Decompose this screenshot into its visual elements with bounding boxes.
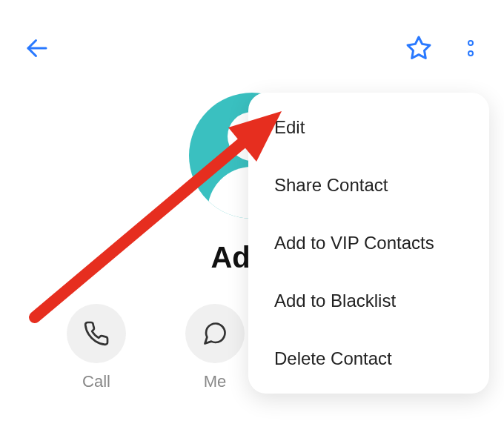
- more-options-button[interactable]: [460, 33, 482, 63]
- header-actions: [404, 33, 482, 63]
- menu-item-share[interactable]: Share Contact: [248, 156, 489, 214]
- menu-item-delete[interactable]: Delete Contact: [248, 330, 489, 388]
- more-vertical-icon: [468, 50, 474, 56]
- back-button[interactable]: [22, 33, 52, 63]
- menu-item-edit[interactable]: Edit: [248, 99, 489, 156]
- menu-item-vip[interactable]: Add to VIP Contacts: [248, 214, 489, 272]
- menu-item-blacklist[interactable]: Add to Blacklist: [248, 272, 489, 330]
- more-vertical-icon: [468, 40, 474, 46]
- call-label: Call: [82, 372, 110, 391]
- call-action: Call: [67, 304, 126, 391]
- message-button[interactable]: [185, 304, 245, 363]
- back-arrow-icon: [24, 35, 50, 62]
- phone-icon: [83, 320, 110, 347]
- call-button[interactable]: [67, 304, 126, 363]
- favorite-button[interactable]: [404, 33, 434, 63]
- star-outline-icon: [405, 35, 432, 62]
- options-menu: Edit Share Contact Add to VIP Contacts A…: [248, 93, 489, 394]
- header-bar: [0, 0, 504, 78]
- svg-marker-1: [408, 37, 430, 59]
- message-label: Me: [204, 372, 227, 391]
- message-icon: [202, 320, 228, 347]
- message-action: Me: [185, 304, 245, 391]
